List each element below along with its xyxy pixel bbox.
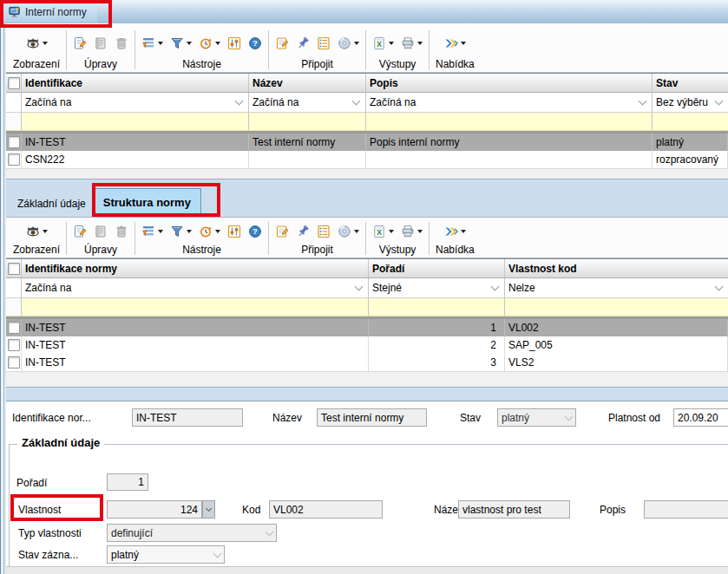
filter-settings-button[interactable] [227, 225, 241, 238]
help-button[interactable] [248, 36, 262, 50]
chevron-down-icon [417, 230, 423, 233]
row-checkbox[interactable] [8, 356, 20, 369]
chevron-down-icon [187, 230, 192, 233]
filter-input-popis[interactable] [366, 113, 653, 130]
filter-button[interactable] [170, 36, 192, 50]
row-checkbox[interactable] [8, 136, 20, 148]
new-record-button[interactable] [73, 225, 87, 238]
kod-field[interactable]: VL002 [269, 500, 383, 519]
row-checkbox[interactable] [8, 339, 20, 351]
column-header-nazev[interactable]: Název [249, 74, 366, 92]
pin-button[interactable] [296, 225, 310, 238]
filter-select-nazev[interactable]: Začíná na [249, 93, 366, 112]
groupbox-legend: Základní údaje [17, 436, 104, 449]
row-checkbox-cell [6, 319, 22, 336]
row-checkbox[interactable] [8, 322, 20, 334]
history-button[interactable] [199, 36, 220, 50]
filter-select-poradi[interactable]: Stejné [369, 278, 505, 297]
vlastnost-field[interactable]: 124 [107, 500, 202, 519]
attach-note-button[interactable] [275, 225, 289, 238]
row-checkbox[interactable] [8, 153, 20, 166]
edit-record-button[interactable] [94, 36, 108, 50]
media-button[interactable] [338, 225, 359, 238]
window-tab-interni-normy[interactable]: Interní normy [3, 2, 97, 23]
filter-select-identifikace-normy[interactable]: Začíná na [22, 278, 369, 297]
toolbar-separator [66, 30, 67, 69]
column-header-vlastnost-kod[interactable]: Vlastnost kod [505, 259, 728, 277]
view-button[interactable] [26, 36, 48, 50]
window-tab-strip: Interní normy [0, 0, 728, 24]
table-row[interactable]: IN-TEST 1 VL002 [6, 319, 728, 336]
filter-select-identifikace[interactable]: Začíná na [22, 93, 249, 112]
filter-settings-button[interactable] [227, 36, 241, 50]
filter-button[interactable] [170, 225, 192, 238]
view-button[interactable] [26, 225, 48, 238]
menu-button[interactable] [444, 225, 466, 238]
filter-input-stav[interactable] [653, 113, 728, 130]
chevron-down-icon [213, 549, 222, 558]
column-header-popis[interactable]: Popis [366, 74, 653, 92]
excel-export-button[interactable] [372, 225, 394, 238]
stav-select[interactable]: platný [497, 408, 576, 427]
table-row[interactable]: IN-TEST Test interní normy Popis interní… [6, 134, 728, 151]
identifikace-normy-field[interactable]: IN-TEST [132, 408, 243, 427]
print-button[interactable] [401, 225, 423, 238]
grouping-button[interactable] [141, 225, 163, 238]
toolbar-separator [365, 30, 366, 69]
chevron-down-icon [491, 283, 500, 291]
media-button[interactable] [338, 36, 359, 50]
typ-vlastnosti-select[interactable]: definující [107, 524, 277, 542]
attach-note-button[interactable] [275, 36, 289, 50]
filter-select-popis[interactable]: Začíná na [366, 93, 653, 112]
filter-select-stav[interactable]: Bez výběru [653, 93, 728, 112]
filter-input-poradi[interactable] [369, 298, 505, 316]
delete-record-button[interactable] [115, 225, 128, 238]
platnost-od-field[interactable]: 20.09.20 [673, 408, 728, 427]
history-button[interactable] [199, 225, 220, 238]
chevron-down-icon [354, 230, 359, 233]
help-button[interactable] [248, 225, 262, 238]
poradi-field[interactable]: 1 [107, 473, 148, 491]
vlastnost-nazev-field[interactable]: vlastnost pro test [458, 500, 570, 519]
nazev-field[interactable]: Test interní normy [317, 408, 427, 427]
column-header-stav[interactable]: Stav [653, 74, 728, 92]
table-row[interactable]: IN-TEST 3 VLS2 [6, 354, 728, 371]
toolbar-group-label: Nástroje [182, 244, 221, 258]
task-list-button[interactable] [317, 225, 331, 238]
structure-grid-header: Identifikace normy Pořadí Vlastnost kod [6, 259, 728, 278]
tab-struktura-normy[interactable]: Struktura normy [93, 188, 201, 217]
detail-panel: Identifikace nor... IN-TEST Název Test i… [6, 401, 728, 574]
column-header-identifikace-normy[interactable]: Identifikace normy [22, 259, 369, 277]
select-all-checkbox[interactable] [8, 77, 20, 89]
filter-input-nazev[interactable] [249, 113, 366, 130]
stav-zaznamu-select[interactable]: platný [107, 545, 225, 564]
task-list-button[interactable] [317, 36, 331, 50]
filter-select-vlastnost-kod[interactable]: Nelze [505, 278, 728, 297]
pin-icon [296, 36, 310, 50]
column-header-identifikace[interactable]: Identifikace [22, 74, 249, 92]
filter-select-value: Začíná na [253, 96, 298, 108]
delete-record-button[interactable] [115, 36, 128, 50]
toolbar-group-nastroje: Nástroje [136, 219, 267, 258]
new-record-button[interactable] [73, 36, 87, 50]
pin-button[interactable] [296, 36, 310, 50]
grouping-icon [141, 36, 155, 50]
print-button[interactable] [401, 36, 423, 50]
vlastnost-lookup-button[interactable] [202, 500, 215, 519]
menu-button[interactable] [444, 36, 466, 50]
excel-export-button[interactable] [372, 36, 394, 50]
help-icon [248, 36, 262, 50]
table-row[interactable]: IN-TEST 2 SAP_005 [6, 336, 728, 354]
filter-input-identifikace[interactable] [22, 113, 249, 130]
table-row[interactable]: CSN222 rozpracovaný [6, 151, 728, 168]
filter-input-identifikace-normy[interactable] [22, 298, 369, 316]
column-header-poradi[interactable]: Pořadí [369, 259, 505, 277]
new-document-icon [73, 36, 87, 50]
filter-input-vlastnost-kod[interactable] [505, 298, 728, 316]
popis-field[interactable] [644, 500, 728, 519]
select-all-checkbox[interactable] [8, 263, 20, 275]
edit-record-button[interactable] [94, 225, 108, 238]
toolbar-separator [268, 222, 269, 255]
grouping-button[interactable] [141, 36, 163, 50]
tab-zakladni-udaje[interactable]: Základní údaje [10, 190, 93, 217]
